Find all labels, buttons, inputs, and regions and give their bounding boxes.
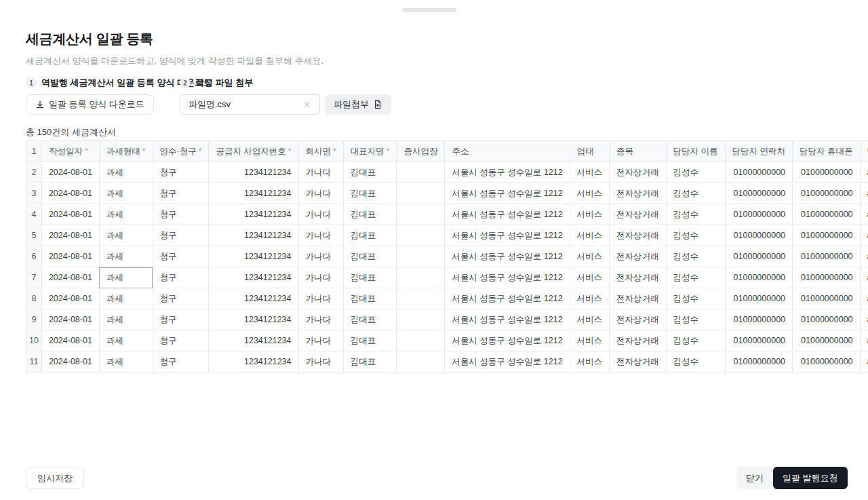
data-cell[interactable]: 김성수 bbox=[666, 225, 725, 246]
data-cell[interactable]: 서울시 성동구 성수일로 1212 bbox=[445, 309, 570, 330]
data-cell[interactable]: 서울시 성동구 성수일로 1212 bbox=[445, 225, 570, 246]
data-cell[interactable]: 김대표 bbox=[343, 204, 397, 225]
row-number-cell[interactable]: 9 bbox=[26, 309, 42, 330]
data-cell[interactable]: 과세 bbox=[99, 288, 153, 309]
data-cell[interactable]: 김성수 bbox=[666, 162, 725, 183]
data-cell[interactable] bbox=[397, 351, 445, 372]
data-cell[interactable]: 청구 bbox=[153, 351, 209, 372]
data-cell[interactable]: 가나다 bbox=[298, 246, 343, 267]
data-cell[interactable]: 01000000000 bbox=[725, 330, 792, 351]
data-cell[interactable]: 청구 bbox=[153, 204, 209, 225]
data-cell[interactable]: 청구 bbox=[153, 309, 209, 330]
data-cell[interactable]: 01000000000 bbox=[793, 288, 860, 309]
data-cell[interactable]: abc@gmail.com bbox=[860, 351, 868, 372]
data-cell[interactable]: abc@gmail.com bbox=[860, 288, 868, 309]
data-cell[interactable]: abc@gmail.com bbox=[860, 330, 868, 351]
data-cell[interactable]: abc@gmail.com bbox=[860, 267, 868, 288]
data-cell[interactable]: 과세 bbox=[99, 267, 153, 288]
data-cell[interactable]: 서울시 성동구 성수일로 1212 bbox=[445, 267, 570, 288]
row-number-cell[interactable]: 5 bbox=[26, 225, 42, 246]
data-cell[interactable]: 2024-08-01 bbox=[41, 309, 99, 330]
data-cell[interactable]: 가나다 bbox=[298, 183, 343, 204]
file-name-field[interactable] bbox=[180, 94, 320, 115]
data-cell[interactable]: 김성수 bbox=[666, 246, 725, 267]
data-cell[interactable]: 청구 bbox=[153, 246, 209, 267]
data-cell[interactable]: 2024-08-01 bbox=[41, 162, 99, 183]
data-cell[interactable]: 김성수 bbox=[666, 309, 725, 330]
data-cell[interactable]: 가나다 bbox=[298, 351, 343, 372]
data-cell[interactable]: 01000000000 bbox=[793, 183, 860, 204]
data-cell[interactable]: 김대표 bbox=[343, 288, 397, 309]
data-cell[interactable]: 01000000000 bbox=[725, 183, 792, 204]
row-number-cell[interactable]: 6 bbox=[26, 246, 42, 267]
data-cell[interactable]: 1234121234 bbox=[209, 267, 298, 288]
data-cell[interactable]: 청구 bbox=[153, 162, 209, 183]
data-cell[interactable]: 과세 bbox=[99, 162, 153, 183]
data-cell[interactable]: 01000000000 bbox=[793, 267, 860, 288]
data-cell[interactable]: 2024-08-01 bbox=[41, 267, 99, 288]
row-number-cell[interactable]: 3 bbox=[26, 183, 42, 204]
file-name-input[interactable] bbox=[189, 100, 302, 110]
data-cell[interactable]: 01000000000 bbox=[725, 351, 792, 372]
data-cell[interactable]: 서울시 성동구 성수일로 1212 bbox=[445, 204, 570, 225]
data-cell[interactable]: 가나다 bbox=[298, 225, 343, 246]
data-cell[interactable]: 가나다 bbox=[298, 267, 343, 288]
data-cell[interactable]: 김성수 bbox=[666, 351, 725, 372]
data-cell[interactable]: 서울시 성동구 성수일로 1212 bbox=[445, 351, 570, 372]
data-cell[interactable]: 김대표 bbox=[343, 351, 397, 372]
data-cell[interactable] bbox=[397, 309, 445, 330]
data-cell[interactable]: 2024-08-01 bbox=[41, 288, 99, 309]
data-cell[interactable] bbox=[397, 225, 445, 246]
data-cell[interactable]: 전자상거래 bbox=[610, 183, 667, 204]
data-cell[interactable]: 1234121234 bbox=[209, 288, 298, 309]
data-cell[interactable]: 과세 bbox=[99, 330, 153, 351]
data-cell[interactable]: 과세 bbox=[99, 351, 153, 372]
data-cell[interactable]: 청구 bbox=[153, 183, 209, 204]
data-cell[interactable]: 01000000000 bbox=[793, 225, 860, 246]
data-cell[interactable]: 전자상거래 bbox=[610, 267, 667, 288]
data-cell[interactable]: 2024-08-01 bbox=[41, 204, 99, 225]
data-cell[interactable]: 김성수 bbox=[666, 204, 725, 225]
data-cell[interactable]: abc@gmail.com bbox=[860, 246, 868, 267]
data-cell[interactable]: abc@gmail.com bbox=[860, 162, 868, 183]
attach-file-button[interactable]: 파일첨부 bbox=[325, 94, 391, 115]
data-cell[interactable]: 청구 bbox=[153, 225, 209, 246]
data-cell[interactable]: 1234121234 bbox=[209, 309, 298, 330]
data-cell[interactable]: 김성수 bbox=[666, 330, 725, 351]
data-cell[interactable]: 서비스 bbox=[570, 246, 610, 267]
data-cell[interactable]: 전자상거래 bbox=[610, 246, 667, 267]
data-cell[interactable]: 2024-08-01 bbox=[41, 330, 99, 351]
row-number-cell[interactable]: 4 bbox=[26, 204, 42, 225]
download-template-button[interactable]: 일괄 등록 양식 다운로드 bbox=[26, 94, 154, 115]
data-cell[interactable]: 1234121234 bbox=[209, 183, 298, 204]
data-cell[interactable]: abc@gmail.com bbox=[860, 204, 868, 225]
data-cell[interactable]: 1234121234 bbox=[209, 225, 298, 246]
data-cell[interactable]: 전자상거래 bbox=[610, 204, 667, 225]
data-cell[interactable]: abc@gmail.com bbox=[860, 225, 868, 246]
data-cell[interactable] bbox=[397, 267, 445, 288]
data-cell[interactable] bbox=[397, 246, 445, 267]
data-cell[interactable]: 01000000000 bbox=[725, 204, 792, 225]
data-cell[interactable]: 과세 bbox=[99, 183, 153, 204]
row-number-cell[interactable]: 7 bbox=[26, 267, 42, 288]
data-cell[interactable]: 서울시 성동구 성수일로 1212 bbox=[445, 246, 570, 267]
data-cell[interactable]: 김대표 bbox=[343, 267, 397, 288]
drag-handle[interactable] bbox=[402, 8, 456, 12]
data-cell[interactable]: 2024-08-01 bbox=[41, 183, 99, 204]
data-cell[interactable]: 01000000000 bbox=[793, 162, 860, 183]
data-cell[interactable]: 전자상거래 bbox=[610, 225, 667, 246]
row-number-cell[interactable]: 11 bbox=[26, 351, 42, 372]
clear-icon[interactable] bbox=[302, 99, 313, 110]
row-number-cell[interactable]: 10 bbox=[26, 330, 42, 351]
data-cell[interactable]: 1234121234 bbox=[209, 330, 298, 351]
data-cell[interactable]: 1234121234 bbox=[209, 246, 298, 267]
data-cell[interactable]: 01000000000 bbox=[793, 309, 860, 330]
data-cell[interactable]: 김성수 bbox=[666, 267, 725, 288]
data-cell[interactable]: 서비스 bbox=[570, 309, 610, 330]
data-cell[interactable]: 서울시 성동구 성수일로 1212 bbox=[445, 288, 570, 309]
data-cell[interactable]: 2024-08-01 bbox=[41, 246, 99, 267]
data-cell[interactable]: 01000000000 bbox=[793, 330, 860, 351]
data-cell[interactable]: 2024-08-01 bbox=[41, 225, 99, 246]
data-cell[interactable]: 청구 bbox=[153, 267, 209, 288]
data-cell[interactable]: 가나다 bbox=[298, 309, 343, 330]
